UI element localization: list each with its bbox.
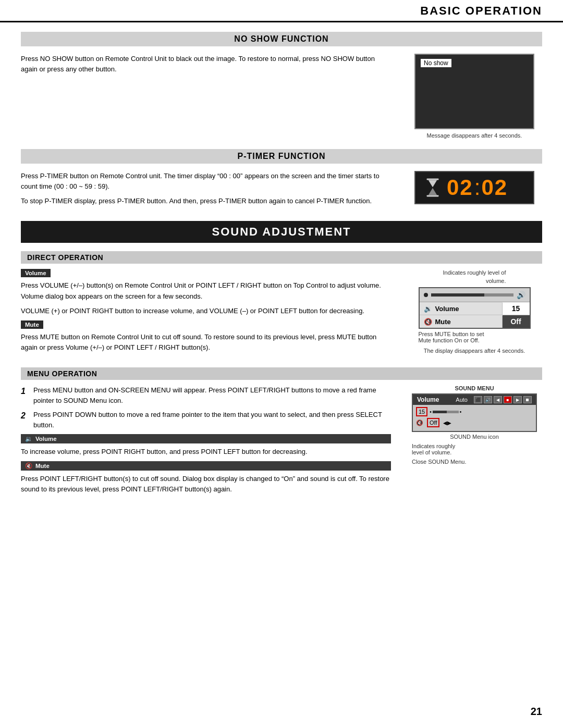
menu-mute-body: Press POINT LEFT/RIGHT button(s) to cut …: [21, 474, 391, 495]
mute-body: Press MUTE button on Remote Control Unit…: [21, 332, 391, 353]
sm-mute-icon: 🔇: [416, 419, 423, 426]
speaker-icon: 🔊: [517, 291, 525, 299]
sm-icon-2: 🔊: [484, 396, 492, 403]
svg-rect-0: [427, 179, 439, 180]
sm-mute-arrow: ◀▶: [443, 420, 451, 426]
ptimer-col-left: Press P-TIMER button on Remote Control u…: [21, 171, 391, 211]
noshow-box-label: No show: [421, 59, 451, 67]
menu-mute-label-box: 🔇 Mute: [21, 461, 391, 471]
ptimer-body2: To stop P-TIMER display, press P-TIMER b…: [21, 196, 391, 206]
ptimer-digits2: 02: [481, 175, 508, 200]
volume-label-box: Volume: [21, 269, 51, 277]
volume-icon: 🔉: [424, 305, 432, 313]
page-number: 21: [531, 706, 542, 718]
slider-fill: [431, 293, 485, 297]
noshow-display-box: No show: [414, 54, 534, 129]
menu-op-col-right: SOUND MENU Volume Auto ⬛ 🔊 ◀ ■ ▶ ⏹: [407, 385, 542, 499]
direct-operation-header: DIRECT OPERATION: [21, 251, 542, 264]
mute-caption: Press MUTE button to setMute function On…: [419, 331, 531, 343]
volume-dialog: 🔊 🔉 Volume 15 🔇 Mute Off: [419, 287, 531, 329]
sm-icon-5: ▶: [513, 396, 522, 403]
step-1: 1 Press MENU button and ON-SCREEN MENU w…: [21, 385, 391, 405]
sound-menu-volume-title: Volume: [417, 396, 452, 403]
ptimer-section-header: P-TIMER FUNCTION: [21, 149, 542, 164]
menu-volume-icon: 🔉: [25, 435, 32, 442]
menu-volume-label-box: 🔉 Volume: [21, 434, 391, 443]
page-header: BASIC OPERATION: [0, 0, 563, 22]
sm-mini-bar: [433, 411, 459, 413]
noshow-section-header: NO SHOW FUNCTION: [21, 32, 542, 46]
step-2-text: Press POINT DOWN button to move a red fr…: [33, 410, 391, 430]
ptimer-colon: :: [474, 175, 481, 200]
sm-dot-left: •: [430, 409, 432, 415]
menu-mute-icon: 🔇: [25, 462, 32, 470]
sm-icon-1: ⬛: [474, 396, 482, 403]
direct-operation-content: Volume Press VOLUME (+/–) button(s) on R…: [21, 269, 542, 357]
mute-row-label: 🔇 Mute: [420, 316, 503, 328]
step-num-2: 2: [21, 410, 29, 430]
close-sound-menu: Close SOUND Menu.: [412, 459, 537, 465]
ptimer-section-content: Press P-TIMER button on Remote Control u…: [21, 171, 542, 211]
menu-volume-body: To increase volume, press POINT RIGHT bu…: [21, 447, 391, 457]
ptimer-col-right: 02 : 02: [407, 171, 542, 211]
noshow-body: Press NO SHOW button on Remote Control U…: [21, 54, 391, 75]
menu-op-col-left: 1 Press MENU button and ON-SCREEN MENU w…: [21, 385, 391, 499]
noshow-caption: Message disappears after 4 seconds.: [427, 132, 522, 139]
mute-row-value: Off: [503, 315, 530, 328]
noshow-col-right: No show Message disappears after 4 secon…: [407, 54, 542, 139]
noshow-section-content: Press NO SHOW button on Remote Control U…: [21, 54, 542, 139]
mute-row-text: Mute: [435, 318, 451, 326]
step-1-text: Press MENU button and ON-SCREEN MENU wil…: [33, 385, 391, 405]
noshow-col-left: Press NO SHOW button on Remote Control U…: [21, 54, 391, 139]
volume-body1: Press VOLUME (+/–) button(s) on Remote C…: [21, 280, 391, 301]
direct-op-col-right: Indicates roughly level ofvolume. 🔊 🔉 Vo…: [407, 269, 542, 357]
sm-icon-3: ◀: [494, 396, 502, 403]
step-num-1: 1: [21, 385, 29, 405]
sm-icon-6: ⏹: [523, 396, 532, 403]
volume-row-value: 15: [503, 302, 530, 315]
slider-dot: [424, 293, 428, 297]
sm-vol-num: 15: [416, 407, 427, 416]
sound-adjustment-header: SOUND ADJUSTMENT: [21, 221, 542, 243]
step-list: 1 Press MENU button and ON-SCREEN MENU w…: [21, 385, 391, 430]
slider-bar: [431, 293, 513, 297]
sm-mini-slider: • •: [430, 409, 461, 415]
main-content: NO SHOW FUNCTION Press NO SHOW button on…: [0, 32, 563, 525]
menu-operation-content: 1 Press MENU button and ON-SCREEN MENU w…: [21, 385, 542, 499]
ptimer-digits1: 02: [447, 175, 473, 200]
volume-row: 🔉 Volume 15: [420, 302, 530, 315]
sound-menu-icon-row: ⬛ 🔊 ◀ ■ ▶ ⏹: [474, 396, 532, 403]
sound-menu-screenshot: Volume Auto ⬛ 🔊 ◀ ■ ▶ ⏹ 15: [412, 393, 537, 432]
volume-body2: VOLUME (+) or POINT RIGHT button to incr…: [21, 306, 391, 316]
sound-menu-rows: 15 • • 🔇 Off ◀▶: [413, 405, 536, 431]
mute-row: 🔇 Mute Off: [420, 315, 530, 328]
page-title: BASIC OPERATION: [420, 4, 542, 18]
ptimer-display: 02 : 02: [414, 171, 534, 204]
indicates-level-text: Indicates roughlylevel of volume.: [412, 443, 537, 455]
volume-row-text: Volume: [435, 305, 459, 313]
sound-menu-auto: Auto: [456, 397, 468, 403]
sound-menu-label: SOUND MENU: [455, 385, 494, 391]
display-disappears: The display disappears after 4 seconds.: [424, 348, 525, 354]
sm-dot-right: •: [460, 409, 462, 415]
sm-mute-row: 🔇 Off ◀▶: [416, 418, 533, 427]
mute-icon: 🔇: [424, 318, 432, 326]
sm-mini-fill: [433, 411, 447, 413]
step-2: 2 Press POINT DOWN button to move a red …: [21, 410, 391, 430]
sm-off-value: Off: [427, 418, 439, 427]
svg-rect-1: [427, 195, 439, 196]
sound-menu-icon-label: SOUND Menu icon: [450, 434, 499, 440]
indicates-volume-text: Indicates roughly level ofvolume.: [443, 269, 506, 285]
menu-operation-header: MENU OPERATION: [21, 367, 542, 380]
menu-volume-label-text: Volume: [35, 436, 57, 442]
mute-label-box: Mute: [21, 320, 43, 329]
sm-icon-4: ■: [504, 396, 512, 403]
sm-volume-row: 15 • •: [416, 407, 533, 416]
volume-slider-row: 🔊: [420, 288, 530, 302]
menu-mute-label-text: Mute: [35, 463, 50, 469]
ptimer-body1: Press P-TIMER button on Remote Control u…: [21, 171, 391, 192]
hourglass-icon: [423, 178, 443, 198]
direct-op-col-left: Volume Press VOLUME (+/–) button(s) on R…: [21, 269, 391, 357]
sound-menu-title-row: Volume Auto ⬛ 🔊 ◀ ■ ▶ ⏹: [413, 394, 536, 405]
volume-row-label: 🔉 Volume: [420, 303, 503, 315]
